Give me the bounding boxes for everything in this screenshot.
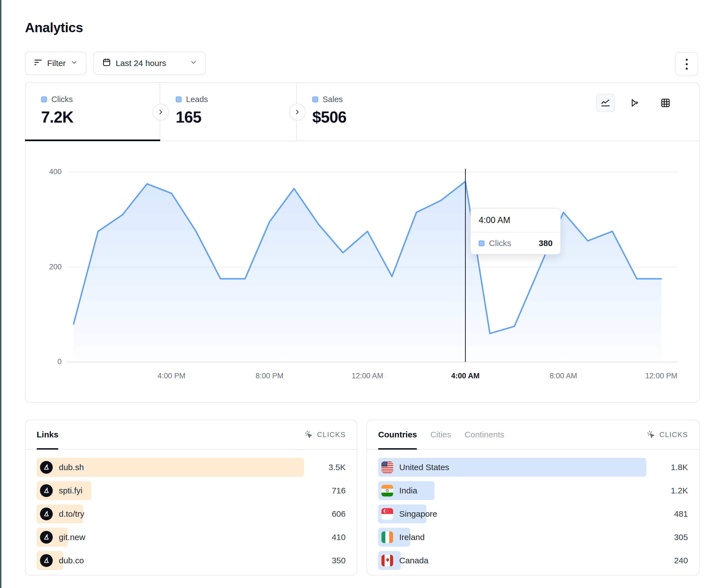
stat-value: 165 <box>176 108 296 126</box>
country-row[interactable]: Ireland 305 <box>378 528 688 547</box>
country-row[interactable]: India 1.2K <box>378 481 688 500</box>
chevron-right-icon <box>294 109 301 116</box>
stats-row: Clicks 7.2K Leads 165 Sales $506 <box>25 83 699 141</box>
flag-ireland-icon <box>382 532 393 543</box>
x-axis-label: 8:00 PM <box>255 372 283 380</box>
clicks-time-series-chart[interactable]: 400 200 0 4:00 PM 8:00 PM 12:00 AM <box>67 156 678 362</box>
country-label: Ireland <box>399 533 425 542</box>
link-value: 716 <box>310 486 346 495</box>
tab-countries[interactable]: Countries <box>378 420 417 449</box>
tooltip-time: 4:00 AM <box>471 208 560 232</box>
area-fill <box>73 181 661 362</box>
funnel-icon <box>630 98 641 108</box>
expand-leads-button[interactable] <box>289 104 306 120</box>
y-axis-label: 400 <box>23 167 62 176</box>
tooltip-series-label: Clicks <box>489 239 511 248</box>
sales-legend-icon <box>312 96 318 103</box>
page-title: Analytics <box>25 20 83 35</box>
calendar-icon <box>102 58 111 69</box>
dub-logo-icon <box>40 531 53 544</box>
y-axis-label: 0 <box>23 358 62 366</box>
stat-tab-clicks[interactable]: Clicks 7.2K <box>25 83 160 141</box>
country-value: 481 <box>652 509 688 519</box>
links-metric-selector[interactable]: CLICKS <box>304 430 346 439</box>
link-row[interactable]: d.to/try 606 <box>37 504 346 523</box>
analytics-card: Clicks 7.2K Leads 165 Sales $506 <box>25 82 699 403</box>
link-row[interactable]: dub.sh 3.5K <box>37 458 346 477</box>
filter-icon <box>33 58 43 69</box>
more-options-button[interactable] <box>675 52 698 76</box>
funnel-view-button[interactable] <box>626 94 645 112</box>
stat-label: Sales <box>323 95 343 104</box>
tooltip-value: 380 <box>539 239 553 248</box>
dub-logo-icon <box>40 484 53 497</box>
cursor-click-icon <box>304 430 313 439</box>
flag-singapore-icon <box>382 508 393 520</box>
kebab-icon <box>686 59 688 61</box>
stat-tab-leads[interactable]: Leads 165 <box>160 83 297 141</box>
country-label: United States <box>399 462 449 472</box>
country-label: Singapore <box>399 509 437 519</box>
metric-label: CLICKS <box>317 430 346 439</box>
tab-links[interactable]: Links <box>37 420 58 449</box>
country-label: Canada <box>399 556 428 565</box>
country-row[interactable]: Canada 240 <box>378 551 688 570</box>
tab-label: Continents <box>465 430 504 439</box>
analytics-page: Analytics Filter Last 24 hours <box>0 0 711 588</box>
country-value: 1.8K <box>652 462 688 472</box>
country-value: 305 <box>652 533 688 542</box>
chart-type-switcher <box>596 94 675 112</box>
tab-continents[interactable]: Continents <box>465 420 504 449</box>
tab-cities[interactable]: Cities <box>430 420 451 449</box>
link-label: dub.co <box>59 556 84 565</box>
toolbar: Filter Last 24 hours <box>25 51 206 75</box>
tab-label: Cities <box>430 430 451 439</box>
table-view-button[interactable] <box>656 94 675 112</box>
x-axis-label: 12:00 AM <box>351 372 383 380</box>
line-chart-view-button[interactable] <box>596 94 615 112</box>
chevron-down-icon <box>70 59 78 68</box>
x-axis-label: 8:00 AM <box>550 372 577 380</box>
date-range-button[interactable]: Last 24 hours <box>93 51 206 75</box>
links-list: dub.sh 3.5K spti.fyi 716 <box>25 450 357 570</box>
stat-value: 7.2K <box>41 108 159 126</box>
date-range-label: Last 24 hours <box>116 59 166 68</box>
active-tab-underline <box>37 448 58 450</box>
link-label: dub.sh <box>59 462 84 472</box>
dub-logo-icon <box>40 554 53 567</box>
country-value: 1.2K <box>652 486 688 495</box>
link-row[interactable]: git.new 410 <box>37 528 346 547</box>
country-row[interactable]: Singapore 481 <box>378 504 688 523</box>
chevron-down-icon <box>190 59 197 68</box>
link-label: git.new <box>59 533 85 542</box>
stat-label: Leads <box>186 95 208 104</box>
link-value: 606 <box>310 509 346 519</box>
line-chart-icon <box>600 98 611 108</box>
y-axis-label: 200 <box>23 263 62 271</box>
country-row[interactable]: United States 1.8K <box>378 458 688 477</box>
chart-tooltip: 4:00 AM Clicks 380 <box>470 208 561 255</box>
expand-clicks-button[interactable] <box>152 104 169 120</box>
cursor-click-icon <box>647 430 655 439</box>
metric-label: CLICKS <box>659 430 688 439</box>
active-tab-underline <box>378 448 417 450</box>
x-axis-label: 12:00 PM <box>645 372 677 380</box>
flag-us-icon <box>382 461 393 473</box>
country-value: 240 <box>652 556 688 565</box>
countries-metric-selector[interactable]: CLICKS <box>647 430 688 439</box>
tab-label: Links <box>37 430 58 439</box>
links-panel: Links CLICKS <box>25 420 357 575</box>
x-axis-label: 4:00 PM <box>158 372 186 380</box>
dub-logo-icon <box>40 461 53 474</box>
link-row[interactable]: dub.co 350 <box>37 551 346 570</box>
tab-label: Countries <box>378 430 417 439</box>
link-label: d.to/try <box>59 509 84 519</box>
active-stat-indicator <box>25 139 160 141</box>
link-value: 3.5K <box>310 462 346 472</box>
country-label: India <box>399 486 417 495</box>
link-row[interactable]: spti.fyi 716 <box>37 481 346 500</box>
link-label: spti.fyi <box>59 486 83 495</box>
stat-label: Clicks <box>51 95 73 104</box>
clicks-legend-icon <box>41 96 47 103</box>
filter-button[interactable]: Filter <box>25 51 86 75</box>
